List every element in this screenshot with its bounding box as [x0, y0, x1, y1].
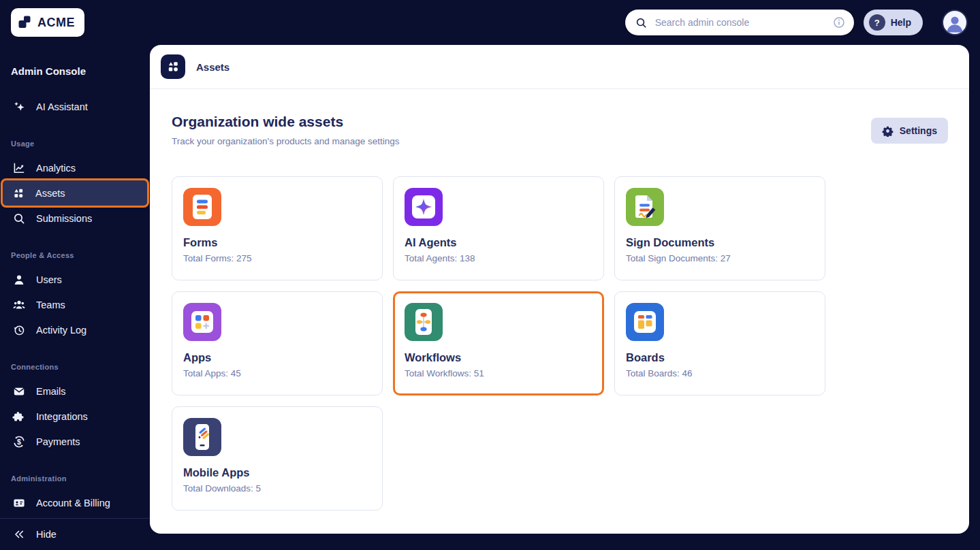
asset-card-sign-documents[interactable]: Sign Documents Total Sign Documents: 27: [614, 176, 825, 280]
page-header: Assets: [150, 45, 969, 89]
page-header-title: Assets: [196, 61, 230, 73]
analytics-icon: [12, 161, 26, 175]
card-stat: Total Workflows: 51: [405, 368, 592, 378]
card-stat: Total Sign Documents: 27: [626, 253, 814, 263]
settings-button[interactable]: Settings: [871, 118, 948, 144]
sidebar-item-users[interactable]: Users: [1, 267, 148, 292]
asset-card-forms[interactable]: Forms Total Forms: 275: [172, 176, 383, 280]
page-subtitle: Track your organization's products and m…: [172, 136, 947, 147]
info-icon[interactable]: [832, 16, 846, 29]
user-icon: [12, 273, 26, 287]
asset-cards-grid: Forms Total Forms: 275 AI Agents Total A…: [172, 176, 947, 511]
sidebar-item-label: Analytics: [36, 163, 76, 174]
sidebar-item-account-billing[interactable]: Account & Billing: [1, 490, 148, 515]
asset-card-ai-agents[interactable]: AI Agents Total Agents: 138: [393, 176, 604, 280]
card-title: Sign Documents: [626, 236, 814, 249]
search-icon: [12, 212, 26, 225]
help-button[interactable]: ? Help: [864, 10, 923, 35]
card-stat: Total Boards: 46: [626, 368, 814, 378]
card-stat: Total Apps: 45: [183, 368, 371, 378]
acme-logo-mark: [18, 15, 33, 30]
sidebar-item-label: Integrations: [36, 411, 88, 422]
user-avatar-icon: [943, 11, 966, 35]
topbar: ACME ? Help: [0, 0, 980, 45]
sidebar-nav: AI Assistant Usage Analytics Assets Subm…: [0, 78, 150, 515]
card-title: Apps: [183, 351, 371, 364]
sidebar-item-label: Emails: [36, 386, 66, 397]
asset-card-mobile-apps[interactable]: Mobile Apps Total Downloads: 5: [172, 406, 383, 511]
sidebar-item-payments[interactable]: $ Payments: [1, 429, 148, 454]
sidebar-item-submissions[interactable]: Submissions: [1, 206, 148, 231]
asset-card-workflows[interactable]: Workflows Total Workflows: 51: [393, 291, 604, 395]
search-icon: [635, 16, 648, 29]
sidebar-footer: Hide: [0, 518, 150, 550]
asset-card-boards[interactable]: Boards Total Boards: 46: [614, 291, 825, 395]
double-chevron-left-icon: [12, 528, 26, 541]
sidebar-item-label: Assets: [35, 188, 65, 199]
id-card-icon: [12, 496, 26, 510]
sidebar-item-label: Submissions: [36, 213, 92, 224]
sidebar-item-analytics[interactable]: Analytics: [1, 155, 148, 180]
ai-agents-icon: [405, 188, 443, 226]
sidebar-title: Admin Console: [0, 45, 150, 78]
mobile-apps-icon: [183, 418, 221, 456]
card-title: Boards: [626, 351, 814, 364]
card-title: AI Agents: [405, 236, 592, 249]
sidebar-item-label: Activity Log: [36, 325, 86, 336]
teams-icon: [12, 298, 26, 312]
activity-clock-icon: [12, 323, 26, 337]
admin-search-bar[interactable]: [625, 10, 854, 35]
sidebar-item-activity-log[interactable]: Activity Log: [1, 317, 148, 342]
acme-logo[interactable]: ACME: [11, 8, 84, 37]
sidebar-item-label: AI Assistant: [36, 101, 88, 112]
sidebar-section-administration: Administration: [0, 454, 150, 490]
sidebar-item-assets[interactable]: Assets: [1, 178, 149, 208]
card-stat: Total Forms: 275: [183, 253, 371, 263]
sidebar-item-label: Payments: [36, 436, 80, 447]
asset-card-apps[interactable]: Apps Total Apps: 45: [172, 291, 383, 395]
page-content: Organization wide assets Track your orga…: [150, 89, 969, 511]
svg-text:$: $: [17, 437, 21, 445]
acme-logo-text: ACME: [37, 16, 75, 30]
sidebar-item-label: Account & Billing: [36, 498, 110, 508]
card-stat: Total Agents: 138: [405, 253, 592, 263]
gear-icon: [882, 125, 894, 137]
apps-icon: [183, 303, 221, 341]
sidebar-section-connections: Connections: [0, 342, 150, 378]
sidebar-item-ai-assistant[interactable]: AI Assistant: [1, 94, 148, 119]
sidebar-item-label: Teams: [36, 300, 65, 310]
search-input[interactable]: [654, 16, 826, 29]
assets-icon: [12, 187, 25, 200]
boards-icon: [626, 303, 664, 341]
main-panel: Assets Organization wide assets Track yo…: [150, 45, 969, 534]
sidebar-hide-label: Hide: [36, 529, 57, 540]
sidebar-section-people-access: People & Access: [0, 231, 150, 267]
dollar-refresh-icon: $: [12, 435, 26, 449]
workflows-icon: [405, 303, 443, 341]
envelope-icon: [12, 385, 26, 398]
card-title: Workflows: [405, 351, 592, 364]
card-title: Forms: [183, 236, 371, 249]
settings-button-label: Settings: [900, 125, 937, 136]
card-stat: Total Downloads: 5: [183, 483, 371, 494]
sidebar-hide-button[interactable]: Hide: [1, 521, 148, 547]
sidebar-item-teams[interactable]: Teams: [1, 292, 148, 317]
sign-documents-icon: [626, 188, 664, 226]
sidebar-item-label: Users: [36, 274, 62, 285]
card-title: Mobile Apps: [183, 466, 371, 479]
assets-icon: [161, 54, 185, 79]
puzzle-icon: [12, 410, 26, 423]
help-button-label: Help: [891, 17, 911, 28]
user-avatar[interactable]: [942, 10, 968, 35]
sparkles-icon: [12, 100, 26, 114]
question-circle-icon: ?: [869, 14, 885, 31]
page-title: Organization wide assets: [172, 114, 947, 130]
sidebar-section-usage: Usage: [0, 119, 150, 155]
sidebar-item-emails[interactable]: Emails: [1, 378, 148, 404]
sidebar-item-integrations[interactable]: Integrations: [1, 404, 148, 429]
forms-icon: [183, 188, 221, 226]
sidebar: Admin Console AI Assistant Usage Analyti…: [0, 45, 150, 550]
